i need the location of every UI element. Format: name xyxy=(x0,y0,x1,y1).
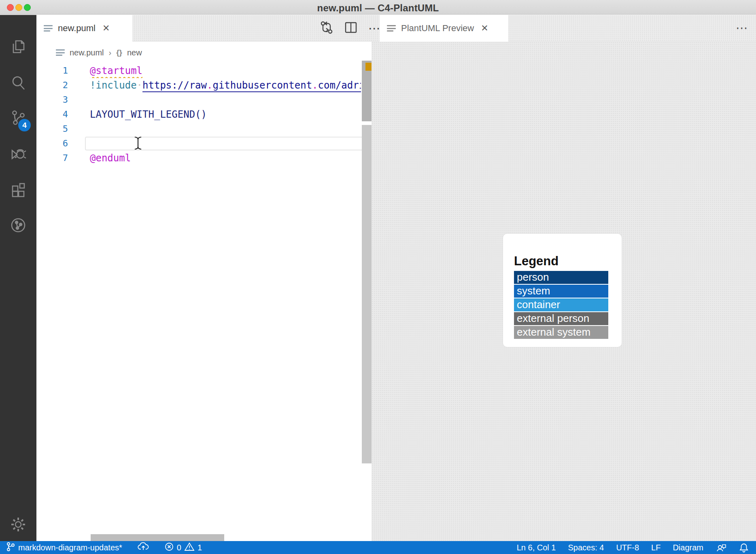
tab-label: new.puml xyxy=(58,23,96,34)
encoding-indicator[interactable]: UTF-8 xyxy=(616,543,639,552)
sidebar-item-search[interactable] xyxy=(0,66,36,101)
code-line-1[interactable]: 1@startuml xyxy=(36,63,372,78)
open-changes-icon[interactable] xyxy=(320,20,333,36)
notifications-bell-icon[interactable] xyxy=(739,542,749,553)
search-icon xyxy=(9,74,28,94)
debug-icon xyxy=(9,145,28,165)
overview-ruler-warning-marker xyxy=(365,63,372,71)
git-branch-icon xyxy=(6,541,15,554)
code-line-6[interactable]: 6 xyxy=(36,136,372,151)
legend-row: container xyxy=(514,298,608,311)
line-number: 1 xyxy=(36,63,68,78)
code-line-2[interactable]: 2!include·https://raw.githubusercontent.… xyxy=(36,78,372,93)
tab-label: PlantUML Preview xyxy=(401,23,474,34)
symbol-icon: {} xyxy=(116,48,122,57)
eol-indicator[interactable]: LF xyxy=(651,543,660,552)
scrollbar-gap xyxy=(362,121,372,125)
legend-rows: personsystemcontainerexternal personexte… xyxy=(514,271,622,339)
sync-changes-button[interactable] xyxy=(138,541,149,554)
files-icon xyxy=(9,38,28,58)
legend-row: external system xyxy=(514,326,608,339)
close-icon[interactable]: ✕ xyxy=(479,22,490,34)
code-editor[interactable]: 1@startuml2!include·https://raw.githubus… xyxy=(36,63,372,468)
warning-count: 1 xyxy=(197,543,202,552)
editor-actions: ⋯ xyxy=(320,15,381,42)
sidebar-item-explorer[interactable] xyxy=(0,30,36,66)
language-mode[interactable]: Diagram xyxy=(673,543,703,552)
line-content: @enduml xyxy=(90,151,361,165)
tab-plantuml-preview[interactable]: PlantUML Preview ✕ xyxy=(380,15,509,42)
tab-new-puml[interactable]: new.puml ✕ xyxy=(36,15,133,42)
feedback-icon[interactable] xyxy=(716,542,727,553)
line-number: 2 xyxy=(36,78,68,93)
code-line-3[interactable]: 3 xyxy=(36,93,372,107)
settings-button[interactable] xyxy=(0,507,36,543)
current-line-highlight xyxy=(85,137,368,150)
ibeam-cursor xyxy=(134,136,142,152)
line-number: 6 xyxy=(36,136,68,151)
code-line-7[interactable]: 7@enduml xyxy=(36,151,372,165)
vscode-window: new.puml — C4-PlantUML 4 xyxy=(0,0,756,554)
breadcrumb-file[interactable]: new.puml xyxy=(70,48,104,57)
close-icon[interactable]: ✕ xyxy=(101,22,111,34)
split-editor-icon[interactable] xyxy=(344,20,358,36)
line-content: @startuml xyxy=(90,63,361,78)
titlebar: new.puml — C4-PlantUML xyxy=(0,0,756,15)
gear-icon xyxy=(9,515,28,535)
source-control-badge: 4 xyxy=(18,119,31,131)
breadcrumb-symbol[interactable]: new xyxy=(127,48,142,57)
error-circle-icon xyxy=(164,541,174,554)
line-content: !include·https://raw.githubusercontent.c… xyxy=(90,78,361,93)
legend-card: Legend personsystemcontainerexternal per… xyxy=(503,234,622,347)
branch-indicator[interactable]: markdown-diagram-updates* xyxy=(6,541,122,554)
file-icon xyxy=(44,24,53,33)
extensions-icon xyxy=(9,180,28,201)
breadcrumb: new.puml › {} new xyxy=(36,42,372,63)
problems-indicator[interactable]: 0 1 xyxy=(164,541,202,554)
preview-file-icon xyxy=(387,24,396,33)
status-bar: markdown-diagram-updates* 0 1 Ln 6, Col … xyxy=(0,541,756,554)
legend-row: person xyxy=(514,271,608,284)
line-number: 5 xyxy=(36,122,68,136)
line-number: 3 xyxy=(36,93,68,107)
tab-strip: new.puml ✕ ⋯ PlantUML Preview ✕ ⋯ xyxy=(36,15,756,42)
code-line-5[interactable]: 5 xyxy=(36,122,372,136)
preview-more-actions-icon[interactable]: ⋯ xyxy=(736,21,748,35)
error-count: 0 xyxy=(177,543,181,552)
code-line-4[interactable]: 4LAYOUT_WITH_LEGEND() xyxy=(36,107,372,122)
activity-bar: 4 xyxy=(0,15,36,541)
sidebar-item-source-control[interactable]: 4 xyxy=(0,101,36,137)
sidebar-item-plantuml[interactable] xyxy=(0,208,36,244)
line-number: 4 xyxy=(36,107,68,122)
file-icon xyxy=(56,48,65,57)
sidebar-item-extensions[interactable] xyxy=(0,173,36,208)
warning-triangle-icon xyxy=(184,541,195,554)
plantuml-preview-pane: Legend personsystemcontainerexternal per… xyxy=(372,42,756,541)
horizontal-scrollbar-slider[interactable] xyxy=(91,534,224,541)
cursor-position[interactable]: Ln 6, Col 1 xyxy=(517,543,556,552)
breadcrumb-separator: › xyxy=(109,48,112,57)
window-title: new.puml — C4-PlantUML xyxy=(0,2,756,14)
legend-row: external person xyxy=(514,312,608,325)
line-content: LAYOUT_WITH_LEGEND() xyxy=(90,107,361,122)
cloud-upload-icon xyxy=(138,541,149,554)
branch-name: markdown-diagram-updates* xyxy=(18,543,122,552)
indentation-indicator[interactable]: Spaces: 4 xyxy=(568,543,604,552)
legend-title: Legend xyxy=(514,254,622,269)
plantuml-circle-icon xyxy=(9,216,28,236)
sidebar-item-run-debug[interactable] xyxy=(0,137,36,173)
line-number: 7 xyxy=(36,151,68,165)
legend-row: system xyxy=(514,285,608,298)
